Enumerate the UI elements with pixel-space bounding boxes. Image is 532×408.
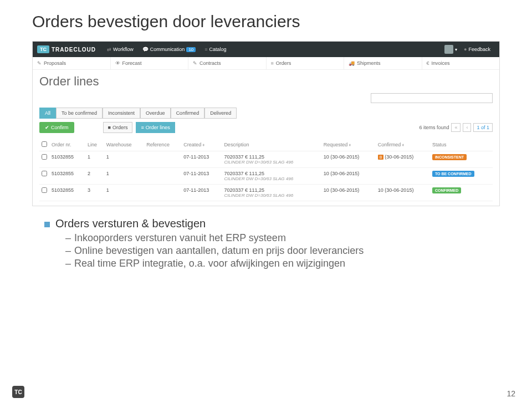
row-checkbox[interactable] bbox=[42, 154, 47, 160]
slide-bullets: Orders versturen & bevestigen –Inkoopord… bbox=[44, 217, 499, 269]
col-warehouse[interactable]: Warehouse bbox=[104, 139, 145, 151]
col-reference[interactable]: Reference bbox=[144, 139, 181, 151]
filter-confirmed[interactable]: Confirmed bbox=[171, 108, 205, 119]
status-filter-group: All To be confirmed Inconsistent Overdue… bbox=[39, 108, 493, 119]
nav-catalog[interactable]: ≡Catalog bbox=[204, 47, 226, 52]
cell-requested: 10 (30-06-2015) bbox=[321, 168, 376, 185]
contracts-icon: ✎ bbox=[193, 60, 197, 66]
col-line[interactable]: Line bbox=[85, 139, 104, 151]
status-badge: INCONSISTENT bbox=[432, 154, 467, 160]
pager-first[interactable]: « bbox=[451, 123, 461, 132]
col-status[interactable]: Status bbox=[430, 139, 493, 151]
bullet-sub-text: Online bevestigen van aantallen, datum e… bbox=[74, 245, 364, 256]
nav-label: Communication bbox=[150, 47, 185, 52]
corner-logo-icon: TC bbox=[12, 386, 24, 398]
view-orders-button[interactable]: ■Orders bbox=[103, 122, 133, 133]
user-avatar[interactable] bbox=[444, 45, 453, 54]
col-created[interactable]: Created♦ bbox=[181, 139, 222, 151]
cell-line: 1 bbox=[85, 151, 104, 168]
cell-requested: 10 (30-06-2015) bbox=[321, 185, 376, 201]
bullet-sub-text: Inkooporders versturen vanuit het ERP sy… bbox=[74, 232, 286, 243]
filter-inconsistent[interactable]: Inconsistent bbox=[103, 108, 140, 119]
chat-icon: 💬 bbox=[142, 47, 149, 52]
cell-confirmed bbox=[376, 168, 430, 185]
bullet-sub-text: Real time ERP integratie, o.a. voor afwi… bbox=[74, 258, 345, 269]
cell-reference bbox=[144, 151, 181, 168]
subnav: ✎Proposals 👁Forecast ✎Contracts ≡Orders … bbox=[33, 57, 499, 70]
cell-description: 7020337 € 111,25CILINDER DW D=30/63 SLAG… bbox=[222, 168, 321, 185]
workflow-icon: ⇄ bbox=[107, 47, 111, 52]
nav-workflow[interactable]: ⇄Workflow bbox=[107, 47, 134, 52]
tab-forecast[interactable]: 👁Forecast bbox=[111, 57, 189, 69]
cell-status: INCONSISTENT bbox=[430, 151, 493, 168]
table-row: 510328553107-11-20137020337 € 111,25CILI… bbox=[39, 185, 493, 201]
cell-line: 2 bbox=[85, 168, 104, 185]
tab-shipments[interactable]: 🚚Shipments bbox=[344, 57, 422, 69]
user-menu-caret[interactable]: ▾ bbox=[455, 47, 457, 52]
bullet-dash-icon: – bbox=[65, 258, 71, 269]
nav-label: Catalog bbox=[209, 47, 227, 52]
page-title: Order lines bbox=[39, 74, 493, 89]
cell-status: TO BE CONFIRMED bbox=[430, 168, 493, 185]
truck-icon: 🚚 bbox=[349, 60, 355, 66]
col-ordernr[interactable]: Order nr. bbox=[49, 139, 85, 151]
bullet-square-icon bbox=[44, 222, 50, 227]
cell-created: 07-11-2013 bbox=[181, 168, 222, 185]
orders-icon: ≡ bbox=[271, 60, 274, 66]
cell-description: 7020337 € 111,25CILINDER DW D=30/63 SLAG… bbox=[222, 185, 321, 201]
filter-all[interactable]: All bbox=[39, 108, 56, 119]
tab-contracts[interactable]: ✎Contracts bbox=[188, 57, 267, 69]
col-confirmed[interactable]: Confirmed♦ bbox=[376, 139, 430, 151]
tab-orders[interactable]: ≡Orders bbox=[267, 57, 345, 69]
description-detail: CILINDER DW D=30/63 SLAG 496 bbox=[224, 176, 319, 181]
cell-description: 7020337 € 111,25CILINDER DW D=30/63 SLAG… bbox=[222, 151, 321, 168]
list-icon: ≡ bbox=[141, 125, 144, 130]
header-label: Confirmed bbox=[378, 142, 401, 147]
row-checkbox[interactable] bbox=[42, 171, 47, 176]
pager-prev[interactable]: ‹ bbox=[463, 123, 471, 132]
cell-warehouse: 1 bbox=[104, 168, 145, 185]
folder-icon: ■ bbox=[108, 125, 111, 130]
filter-overdue[interactable]: Overdue bbox=[140, 108, 171, 119]
slide-page-number: 12 bbox=[507, 389, 515, 398]
header-label: Created bbox=[183, 142, 201, 147]
nav-label: Feedback bbox=[468, 47, 490, 52]
button-label: Orders bbox=[112, 125, 128, 130]
cell-reference bbox=[144, 185, 181, 201]
table-row: 510328551107-11-20137020337 € 111,25CILI… bbox=[39, 151, 493, 168]
cell-reference bbox=[144, 168, 181, 185]
sort-icon: ♦ bbox=[402, 142, 404, 147]
bullet-main-text: Orders versturen & bevestigen bbox=[55, 217, 206, 230]
select-all-checkbox[interactable] bbox=[42, 141, 47, 147]
col-checkbox bbox=[39, 139, 49, 151]
slide-title: Orders bevestigen door leveranciers bbox=[0, 0, 532, 31]
confirm-button[interactable]: ✔Confirm bbox=[39, 122, 74, 133]
topbar: TC TRADECLOUD ⇄Workflow 💬Communication10… bbox=[33, 42, 499, 57]
comm-badge: 10 bbox=[186, 47, 196, 52]
filter-delivered[interactable]: Delivered bbox=[204, 108, 237, 119]
tab-invoices[interactable]: €Invoices bbox=[422, 57, 500, 69]
tab-proposals[interactable]: ✎Proposals bbox=[33, 57, 111, 69]
col-description[interactable]: Description bbox=[222, 139, 321, 151]
check-icon: ✔ bbox=[45, 125, 49, 130]
tab-label: Forecast bbox=[122, 60, 142, 66]
tab-label: Invoices bbox=[432, 60, 450, 66]
search-input[interactable] bbox=[371, 93, 493, 103]
filter-tobeconfirmed[interactable]: To be confirmed bbox=[56, 108, 103, 119]
row-checkbox[interactable] bbox=[42, 187, 47, 193]
table-row: 510328552107-11-20137020337 € 111,25CILI… bbox=[39, 168, 493, 185]
cell-warehouse: 1 bbox=[104, 185, 145, 201]
cell-ordernr: 51032855 bbox=[49, 168, 85, 185]
sort-icon: ♦ bbox=[349, 142, 351, 147]
pager-current: 1 of 1 bbox=[473, 123, 493, 132]
col-requested[interactable]: Requested♦ bbox=[321, 139, 376, 151]
bullet-dash-icon: – bbox=[65, 232, 71, 243]
cell-created: 07-11-2013 bbox=[181, 185, 222, 201]
cell-ordernr: 51032855 bbox=[49, 151, 85, 168]
cell-confirmed: 8(30-06-2015) bbox=[376, 151, 430, 168]
description-detail: CILINDER DW D=30/63 SLAG 496 bbox=[224, 193, 319, 198]
feedback-icon: ● bbox=[464, 47, 467, 52]
nav-communication[interactable]: 💬Communication10 bbox=[142, 47, 196, 52]
view-orderlines-button[interactable]: ≡Order lines bbox=[136, 122, 175, 133]
nav-feedback[interactable]: ●Feedback bbox=[464, 47, 490, 52]
